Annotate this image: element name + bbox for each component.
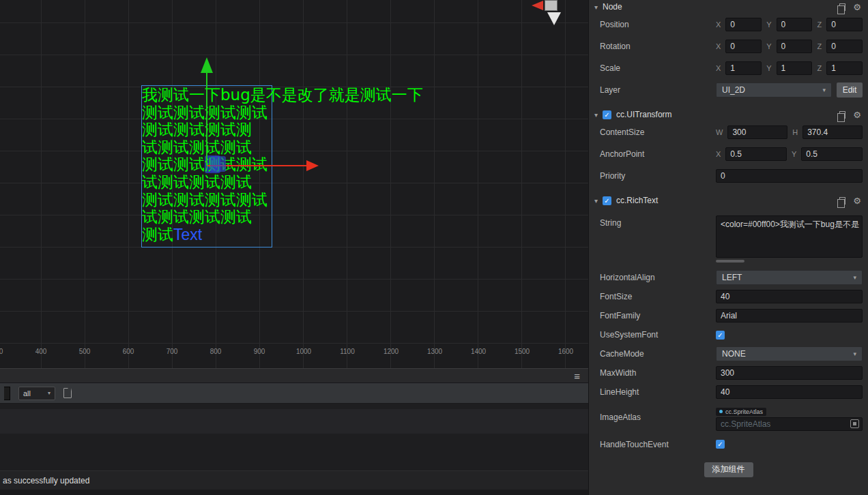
status-message: as successfully updated — [3, 476, 89, 485]
fontsize-input[interactable] — [716, 290, 863, 303]
horizontalalign-dropdown[interactable]: LEFT ▾ — [716, 270, 863, 285]
add-component-button[interactable]: 添加组件 — [704, 462, 753, 477]
log-row — [0, 409, 588, 434]
layer-row: Layer UI_2D ▾ Edit — [589, 79, 868, 101]
fontfamily-input[interactable] — [716, 309, 863, 322]
cachemode-row: CacheMode NONE ▾ — [589, 344, 868, 363]
view-gizmo-cube-icon[interactable] — [545, 0, 558, 11]
string-label: String — [600, 215, 716, 228]
rotation-z-input[interactable] — [826, 40, 863, 53]
contentsize-h-input[interactable] — [802, 125, 863, 139]
gear-icon[interactable]: ⚙ — [853, 110, 861, 119]
cachemode-value: NONE — [722, 349, 746, 359]
richtext-line: 试测试测试测试 — [142, 174, 423, 192]
richtext-line: 试测试测试测试 — [142, 209, 423, 226]
layer-value: UI_2D — [722, 85, 745, 95]
open-log-file-icon[interactable] — [63, 388, 72, 398]
textarea-scrollbar[interactable] — [716, 260, 744, 262]
maxwidth-input[interactable] — [716, 366, 863, 380]
horizontalalign-row: HorizontalAlign LEFT ▾ — [589, 268, 868, 287]
asset-type-tag: cc.SpriteAtlas — [716, 408, 766, 416]
view-gizmo-y-axis-icon[interactable] — [547, 12, 561, 25]
gear-icon[interactable]: ⚙ — [853, 3, 861, 12]
richtext-line: 测试Text — [142, 226, 423, 244]
copy-icon[interactable] — [839, 197, 845, 205]
layer-edit-button[interactable]: Edit — [837, 82, 863, 97]
ruler-tick: 500 — [79, 348, 91, 355]
richtext-title: cc.RichText — [616, 196, 835, 205]
scale-label: Scale — [600, 63, 716, 73]
lineheight-input[interactable] — [716, 385, 863, 399]
richtext-text: 测试测试 — [142, 155, 205, 173]
gizmo-center-handle[interactable] — [210, 156, 226, 172]
scale-y-input[interactable] — [777, 61, 813, 75]
priority-input[interactable] — [716, 169, 863, 183]
ruler-tick: 1100 — [340, 348, 355, 355]
uitransform-enabled-checkbox[interactable]: ✓ — [603, 110, 611, 119]
richtext-header[interactable]: ▾ ✓ cc.RichText ⚙ — [589, 194, 868, 207]
status-message-row: as successfully updated — [0, 470, 588, 490]
axis-h-label: H — [792, 128, 798, 136]
richtext-line: 我测试一下bug是不是改了就是测试一下 — [142, 87, 423, 104]
string-textarea[interactable]: <color=#00ff00>我测试一下bug是不是 — [716, 215, 863, 258]
ruler-tick: 800 — [210, 348, 222, 355]
copy-icon[interactable] — [839, 111, 845, 119]
view-gizmo-x-axis-icon[interactable] — [532, 1, 543, 10]
richtext-enabled-checkbox[interactable]: ✓ — [603, 196, 611, 205]
collapse-icon[interactable]: ▾ — [594, 197, 598, 205]
position-label: Position — [600, 20, 716, 29]
usesystemfont-checkbox[interactable]: ✓ — [716, 331, 725, 340]
contentsize-w-input[interactable] — [727, 125, 787, 139]
node-header[interactable]: ▾ Node ⚙ — [589, 0, 868, 14]
gear-icon[interactable]: ⚙ — [853, 196, 861, 205]
ruler-tick: 1500 — [515, 348, 530, 355]
horizontalalign-label: HorizontalAlign — [600, 273, 716, 282]
scale-x-input[interactable] — [725, 61, 762, 75]
console-toolbar: all ▾ — [0, 383, 588, 404]
log-filter-value: all — [23, 389, 31, 397]
cachemode-label: CacheMode — [600, 349, 716, 359]
axis-x-label: X — [716, 150, 721, 158]
fontfamily-label: FontFamily — [600, 311, 716, 320]
fontsize-row: FontSize — [589, 287, 868, 306]
horizontalalign-value: LEFT — [722, 273, 742, 282]
anchorpoint-y-input[interactable] — [801, 147, 863, 161]
log-filter-dropdown[interactable]: all ▾ — [18, 387, 55, 400]
menu-icon[interactable]: ≡ — [574, 371, 580, 381]
usesystemfont-label: UseSystemFont — [600, 330, 716, 340]
imageatlas-field[interactable]: cc.SpriteAtlas — [716, 417, 863, 431]
gizmo-y-axis-arrow[interactable] — [201, 57, 213, 73]
uitransform-header[interactable]: ▾ ✓ cc.UITransform ⚙ — [589, 108, 868, 121]
position-y-input[interactable] — [777, 18, 813, 31]
scene-viewport[interactable]: 我测试一下bug是不是改了就是测试一下 测试测试测试测试 测试测试测试测 试测试… — [0, 0, 588, 368]
copy-icon[interactable] — [839, 3, 845, 11]
anchorpoint-row: AnchorPoint X Y — [589, 143, 868, 165]
scale-z-input[interactable] — [826, 61, 863, 75]
console-header: ≡ — [0, 368, 588, 383]
asset-picker-icon[interactable] — [850, 419, 859, 428]
gizmo-y-axis-line[interactable] — [206, 72, 207, 166]
position-x-input[interactable] — [725, 18, 762, 31]
fontfamily-row: FontFamily — [589, 306, 868, 325]
search-input[interactable] — [4, 387, 10, 400]
richtext-line: 测试测试测试测试 — [142, 192, 423, 209]
contentsize-label: ContentSize — [600, 127, 716, 137]
rotation-row: Rotation X Y Z — [589, 35, 868, 57]
anchorpoint-x-input[interactable] — [725, 147, 787, 161]
position-z-input[interactable] — [826, 18, 863, 31]
axis-y-label: Y — [766, 20, 771, 29]
handletouchevent-checkbox[interactable]: ✓ — [716, 440, 725, 449]
asset-type-name: cc.SpriteAtlas — [725, 408, 763, 415]
layer-dropdown[interactable]: UI_2D ▾ — [716, 82, 832, 97]
handletouchevent-row: HandleTouchEvent ✓ — [589, 435, 868, 454]
collapse-icon[interactable]: ▾ — [594, 3, 598, 11]
collapse-icon[interactable]: ▾ — [594, 111, 598, 119]
editor-window: 我测试一下bug是不是改了就是测试一下 测试测试测试测试 测试测试测试测 试测试… — [0, 0, 868, 495]
rotation-x-input[interactable] — [725, 40, 762, 53]
rotation-y-input[interactable] — [777, 40, 813, 53]
contentsize-row: ContentSize W H — [589, 121, 868, 143]
ruler-tick: 700 — [167, 348, 178, 355]
gizmo-x-axis-arrow[interactable] — [306, 160, 319, 171]
cachemode-dropdown[interactable]: NONE ▾ — [716, 346, 863, 361]
axis-y-label: Y — [766, 42, 771, 50]
